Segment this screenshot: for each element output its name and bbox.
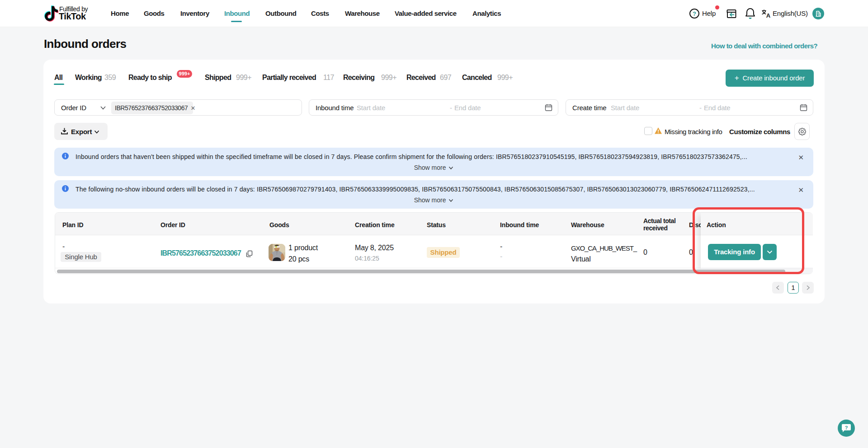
svg-text:A: A (766, 12, 771, 18)
svg-text:?: ? (693, 10, 696, 17)
svg-text:?: ? (845, 425, 848, 430)
